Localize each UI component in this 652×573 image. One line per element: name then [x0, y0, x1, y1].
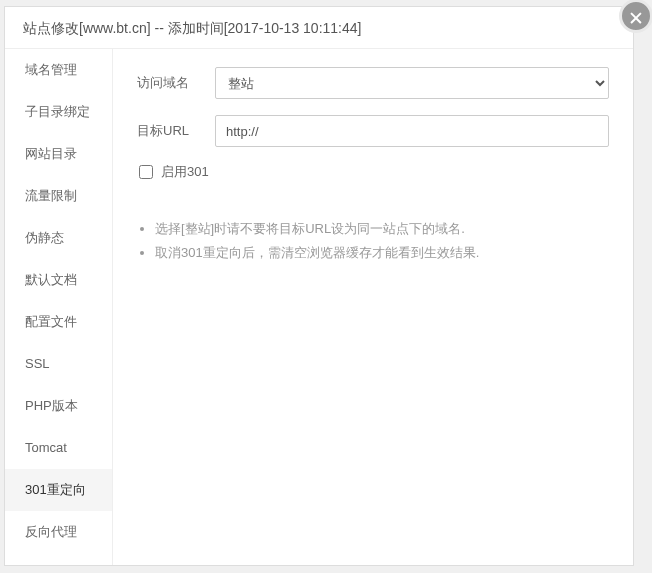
sidebar-item-11[interactable]: 反向代理	[5, 511, 112, 553]
select-access-domain[interactable]: 整站	[215, 67, 609, 99]
sidebar-item-10[interactable]: 301重定向	[5, 469, 112, 511]
checkbox-enable-301[interactable]	[139, 165, 153, 179]
sidebar: 域名管理子目录绑定网站目录流量限制伪静态默认文档配置文件SSLPHP版本Tomc…	[5, 49, 113, 565]
sidebar-item-8[interactable]: PHP版本	[5, 385, 112, 427]
sidebar-item-5[interactable]: 默认文档	[5, 259, 112, 301]
tips-list: 选择[整站]时请不要将目标URL设为同一站点下的域名.取消301重定向后，需清空…	[137, 217, 609, 265]
input-target-url[interactable]	[215, 115, 609, 147]
sidebar-item-9[interactable]: Tomcat	[5, 427, 112, 469]
close-button[interactable]: ✕	[619, 0, 652, 33]
sidebar-item-4[interactable]: 伪静态	[5, 217, 112, 259]
label-access-domain: 访问域名	[137, 74, 215, 92]
sidebar-item-7[interactable]: SSL	[5, 343, 112, 385]
sidebar-item-12[interactable]: 风险扫描	[5, 553, 112, 565]
content-301-redirect: 访问域名 整站 目标URL 启用301 选择[整站]时请不要将目标URL设为同一…	[113, 49, 633, 565]
sidebar-item-0[interactable]: 域名管理	[5, 49, 112, 91]
label-enable-301[interactable]: 启用301	[161, 163, 209, 181]
site-modify-modal: 站点修改[www.bt.cn] -- 添加时间[2017-10-13 10:11…	[4, 6, 634, 566]
sidebar-item-2[interactable]: 网站目录	[5, 133, 112, 175]
modal-body: 域名管理子目录绑定网站目录流量限制伪静态默认文档配置文件SSLPHP版本Tomc…	[5, 49, 633, 565]
tip-item-1: 取消301重定向后，需清空浏览器缓存才能看到生效结果.	[155, 241, 609, 265]
modal-title: 站点修改[www.bt.cn] -- 添加时间[2017-10-13 10:11…	[5, 7, 633, 49]
row-access-domain: 访问域名 整站	[137, 67, 609, 99]
tip-item-0: 选择[整站]时请不要将目标URL设为同一站点下的域名.	[155, 217, 609, 241]
label-target-url: 目标URL	[137, 122, 215, 140]
row-target-url: 目标URL	[137, 115, 609, 147]
sidebar-item-3[interactable]: 流量限制	[5, 175, 112, 217]
sidebar-item-1[interactable]: 子目录绑定	[5, 91, 112, 133]
row-enable-301: 启用301	[137, 163, 609, 181]
sidebar-item-6[interactable]: 配置文件	[5, 301, 112, 343]
